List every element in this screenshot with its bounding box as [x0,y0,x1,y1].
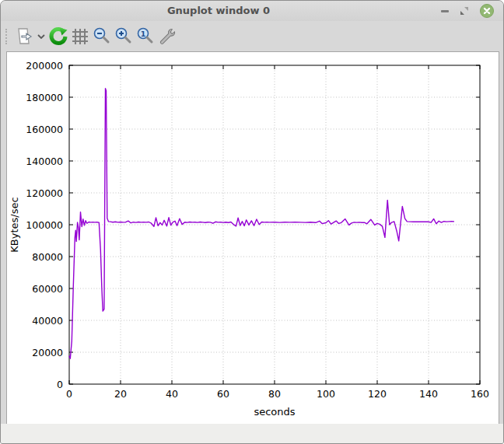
svg-text:1: 1 [141,29,146,37]
svg-text:160: 160 [471,388,489,400]
svg-text:40000: 40000 [32,315,63,327]
minimize-icon [438,4,452,18]
grid-icon [71,27,89,46]
svg-text:100: 100 [317,388,335,400]
toolbar-drag-handle[interactable] [5,29,9,44]
zoom-reset-icon: 1 [135,26,156,47]
svg-text:100000: 100000 [26,219,63,231]
svg-text:160000: 160000 [26,124,63,135]
svg-text:60: 60 [217,388,229,400]
replot-refresh-icon [47,26,69,47]
plot-canvas[interactable]: 0204060801001201401600200004000060000800… [6,51,499,425]
y-axis-label: KBytes/sec [9,197,20,252]
toolbar: 1 [1,21,503,51]
export-menu-button[interactable] [35,25,47,48]
maximize-button[interactable] [457,4,471,18]
zoom-in-button[interactable] [113,25,135,48]
svg-text:120: 120 [368,388,387,400]
svg-text:120000: 120000 [26,187,63,199]
maximize-icon [457,4,471,18]
svg-text:140000: 140000 [26,156,63,167]
zoom-out-icon [92,26,112,47]
grid-toggle-button[interactable] [69,25,91,48]
svg-text:20: 20 [114,388,127,400]
wrench-icon [157,26,177,47]
zoom-out-button[interactable] [91,25,113,48]
svg-text:0: 0 [66,388,72,400]
minimize-button[interactable] [438,4,452,18]
x-axis-label: seconds [254,406,295,418]
svg-text:20000: 20000 [32,347,63,358]
export-button[interactable] [13,25,35,48]
export-document-icon [14,26,34,47]
chart: 0204060801001201401600200004000060000800… [7,52,499,425]
svg-text:80000: 80000 [32,251,63,263]
svg-text:80: 80 [268,388,281,400]
close-button[interactable] [480,4,494,18]
svg-text:0: 0 [57,379,63,390]
gnuplot-window: Gnuplot window 0 [0,0,504,444]
svg-text:40: 40 [166,388,178,400]
chevron-down-icon [37,26,46,47]
svg-text:200000: 200000 [26,60,63,72]
svg-text:60000: 60000 [32,283,63,295]
options-button[interactable] [156,25,178,48]
svg-text:180000: 180000 [26,92,63,103]
replot-button[interactable] [47,25,69,48]
svg-text:140: 140 [419,388,438,400]
zoom-reset-button[interactable]: 1 [135,25,156,48]
status-bar: 27.5400, 203406. [1,424,503,443]
titlebar[interactable]: Gnuplot window 0 [1,1,503,21]
zoom-in-icon [114,26,134,47]
close-icon [480,4,494,18]
window-title: Gnuplot window 0 [1,1,436,21]
